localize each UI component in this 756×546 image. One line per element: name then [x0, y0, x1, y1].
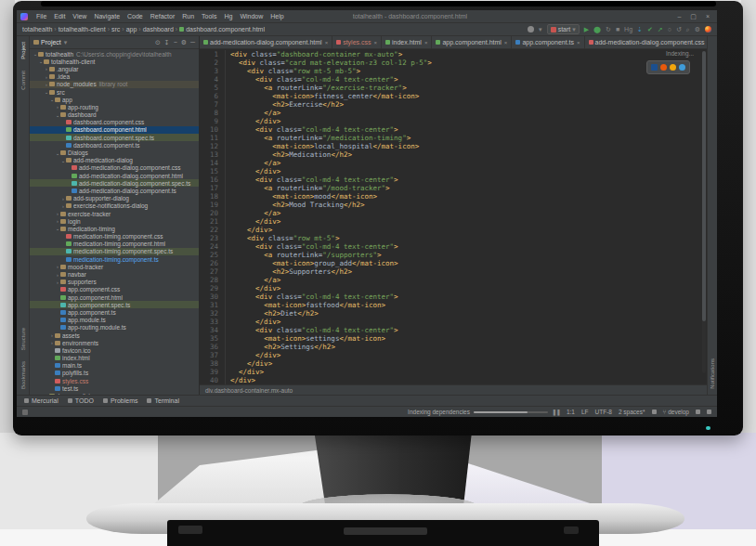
menu-view[interactable]: View	[69, 13, 90, 20]
tree-item-app-routing.module.ts[interactable]: app-routing.module.ts	[30, 324, 199, 332]
code-line[interactable]: 27 <h2>Supporters</h2>	[200, 267, 707, 276]
breadcrumb-item[interactable]: totalhealth	[22, 26, 52, 32]
tree-item-supporters[interactable]: ›supporters	[30, 279, 199, 286]
tree-item-add-medication-dialog[interactable]: ⌄add-medication-dialog	[30, 157, 199, 164]
stripe-notifications-button[interactable]: Notifications	[710, 358, 715, 389]
pause-indexing-button[interactable]: ❚❚	[552, 409, 560, 416]
tree-item-add-medication-dialog.component.html[interactable]: add-medication-dialog.component.html	[30, 172, 199, 179]
menu-help[interactable]: Help	[267, 13, 287, 20]
menu-edit[interactable]: Edit	[50, 13, 69, 20]
tree-item-totalhealth[interactable]: ⌄totalhealthC:\Users\s.chopping\dev\tota…	[30, 50, 199, 58]
code-line[interactable]: 19 <h2>Mood Tracking</h2>	[200, 201, 707, 209]
code-line[interactable]: 37 </div>	[200, 351, 707, 359]
indent-style[interactable]: 2 spaces*	[619, 409, 645, 415]
tree-item-app.component.spec.ts[interactable]: app.component.spec.ts	[30, 301, 199, 308]
hide-panel-button[interactable]: ─	[190, 39, 195, 46]
tab-styles.css[interactable]: styles.css×	[332, 36, 382, 48]
menu-hg[interactable]: Hg	[220, 13, 236, 20]
tree-item-add-supporter-dialog[interactable]: ›add-supporter-dialog	[30, 195, 199, 202]
code-line[interactable]: 6 <mat-icon>fitness_center</mat-icon>	[200, 92, 707, 100]
tree-item-dashboard.component.spec.ts[interactable]: dashboard.component.spec.ts	[30, 134, 199, 141]
menu-navigate[interactable]: Navigate	[90, 13, 124, 20]
collapse-all-button[interactable]: −	[174, 39, 177, 46]
tree-item-medication-timing.component.ts[interactable]: medication-timing.component.ts	[30, 255, 199, 263]
code-line[interactable]: 20 </a>	[200, 209, 707, 217]
debug-button[interactable]: ⬤	[593, 26, 601, 32]
project-panel-title[interactable]: Project	[41, 39, 61, 46]
breadcrumb-item[interactable]: app	[126, 26, 137, 32]
breadcrumb-item[interactable]: dashboard	[143, 26, 174, 32]
tree-item-.angular[interactable]: ›.angular	[30, 65, 199, 72]
tree-item-dashboard.component.css[interactable]: dashboard.component.css	[30, 119, 199, 126]
tool-window-switcher-icon[interactable]	[22, 410, 28, 415]
tree-item-medication-timing[interactable]: ⌄medication-timing	[30, 225, 199, 232]
stripe-commit-button[interactable]: Commit	[20, 71, 26, 90]
code-line[interactable]: 9 </div>	[200, 117, 707, 125]
code-line[interactable]: 35 <mat-icon>settings</mat-icon>	[200, 334, 707, 343]
close-tab-icon[interactable]: ×	[424, 40, 428, 46]
tree-item-src[interactable]: ⌄src	[30, 88, 199, 96]
tree-item-medication-timing.component.css[interactable]: medication-timing.component.css	[30, 233, 199, 240]
menu-tools[interactable]: Tools	[198, 13, 220, 20]
code-line[interactable]: 24 <div class="col-md-4 text-center">	[200, 242, 707, 251]
minimize-button[interactable]: –	[677, 13, 681, 20]
caret-position[interactable]: 1:1	[567, 409, 575, 415]
code-line[interactable]: 30 <div class="col-md-4 text-center">	[200, 292, 707, 301]
code-line[interactable]: 16 <div class="col-md-4 text-center">	[200, 176, 707, 184]
breadcrumb-item[interactable]: dashboard.component.html	[179, 26, 265, 32]
rollback-button[interactable]: ↺	[676, 26, 682, 32]
tree-item-add-medication-dialog.component.spec.ts[interactable]: add-medication-dialog.component.spec.ts	[30, 179, 199, 187]
code-line[interactable]: 12 <mat-icon>local_hospital</mat-icon>	[200, 142, 707, 150]
code-line[interactable]: 4 <div class="col-md-4 text-center">	[200, 75, 707, 84]
run-configuration-select[interactable]: start ▾	[547, 24, 580, 34]
code-line[interactable]: 5 <a routerLink="/exercise-tracker">	[200, 84, 707, 92]
search-everywhere-button[interactable]: ⌕	[686, 26, 690, 32]
vcs-push-button[interactable]: ↗	[658, 26, 663, 32]
tree-item-index.html[interactable]: index.html	[30, 355, 199, 362]
code-line[interactable]: 25 <a routerLink="/supporters">	[200, 251, 707, 259]
run-button[interactable]: ▶	[584, 26, 589, 32]
close-tab-icon[interactable]: ×	[504, 40, 508, 46]
tab-add-medication-dialog.component.css[interactable]: add-medication-dialog.component.css×	[585, 36, 707, 48]
tree-item-favicon.ico[interactable]: favicon.ico	[30, 346, 199, 354]
code-line[interactable]: 26 <mat-icon>group_add</mat-icon>	[200, 259, 707, 267]
chevron-down-icon[interactable]: ▾	[64, 39, 68, 46]
code-line[interactable]: 33 </div>	[200, 318, 707, 326]
tree-item-add-medication-dialog.component.ts[interactable]: add-medication-dialog.component.ts	[30, 187, 199, 194]
line-separator[interactable]: LF	[581, 409, 589, 415]
code-line[interactable]: 18 <mat-icon>mood</mat-icon>	[200, 192, 707, 201]
tree-item-mood-tracker[interactable]: ›mood-tracker	[30, 263, 199, 270]
code-editor[interactable]: 1<div class="dashboard-container mx-auto…	[200, 49, 707, 384]
code-line[interactable]: 3 <div class="row mt-5 mb-5">	[200, 67, 707, 75]
stop-button[interactable]: ■	[616, 26, 619, 32]
history-button[interactable]: ○	[668, 26, 671, 32]
tree-item-dashboard.component.html[interactable]: dashboard.component.html	[30, 126, 199, 134]
vcs-commit-button[interactable]: ✔	[647, 26, 653, 32]
code-line[interactable]: 32 <h2>Diet</h2>	[200, 309, 707, 318]
panel-settings-button[interactable]: ⚙	[181, 39, 187, 46]
user-icon[interactable]	[528, 26, 534, 32]
vcs-branch[interactable]: ⑂ develop	[663, 409, 690, 415]
updates-ball-icon[interactable]	[705, 26, 711, 32]
highlighting-level-icon[interactable]	[652, 410, 657, 414]
tree-item-app.module.ts[interactable]: app.module.ts	[30, 317, 199, 324]
code-line[interactable]: 17 <a routerLink="/mood-tracker">	[200, 184, 707, 192]
toolwindow-problems-button[interactable]: Problems	[103, 397, 138, 404]
file-encoding[interactable]: UTF-8	[595, 409, 612, 415]
code-line[interactable]: 22 </div>	[200, 226, 707, 234]
tree-item-styles.css[interactable]: styles.css	[30, 377, 199, 384]
tree-item-login[interactable]: ›login	[30, 217, 199, 225]
stripe-bookmarks-button[interactable]: Bookmarks	[20, 361, 26, 389]
locate-file-button[interactable]: ⊙	[155, 39, 161, 46]
close-button[interactable]: ×	[706, 13, 710, 20]
code-line[interactable]: 10 <div class="col-md-4 text-center">	[200, 125, 707, 134]
tree-item-medication-timing.component.html[interactable]: medication-timing.component.html	[30, 240, 199, 248]
code-line[interactable]: 23 <div class="row mt-5">	[200, 234, 707, 242]
vcs-update-button[interactable]: ⇣	[637, 26, 643, 32]
tab-app.component.ts[interactable]: app.component.ts×	[512, 36, 584, 48]
tab-add-medication-dialog.component.html[interactable]: add-medication-dialog.component.html×	[200, 36, 332, 48]
stripe-project-button[interactable]: Project	[20, 42, 26, 59]
expand-all-button[interactable]: ↧	[164, 39, 170, 46]
breadcrumb-item[interactable]: src	[111, 26, 120, 32]
code-line[interactable]: 11 <a routerLink="/medication-timing">	[200, 134, 707, 142]
